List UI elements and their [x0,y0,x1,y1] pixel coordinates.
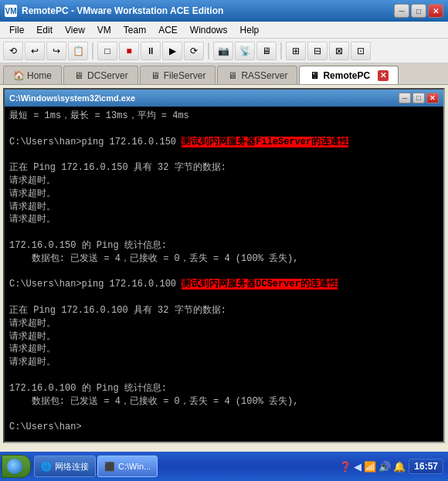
cmd-line-0: 最短 = 1ms，最长 = 13ms，平均 = 4ms [9,110,439,123]
menu-file[interactable]: File [3,23,30,37]
cmd-line-ping2-info: 正在 Ping 172.16.0.100 具有 32 字节的数据: [9,304,439,317]
system-clock: 16:57 [409,459,443,474]
window-controls: ─ □ ✕ [394,4,443,18]
cmd-line-ping1: C:\Users\han>ping 172.16.0.150 测试到内网服务器F… [9,136,439,149]
start-button[interactable] [2,455,31,478]
toolbar-pause-btn[interactable]: ⏸ [141,42,161,60]
toolbar-play-btn[interactable]: ▶ [162,42,182,60]
minimize-button[interactable]: ─ [394,4,409,18]
taskbar-notify-area: ❓ ◀ 📶 🔊 🔔 [339,461,406,473]
network-icon: 🌐 [41,462,52,472]
cmd-line-timeout-2: 请求超时。 [9,188,439,201]
toolbar-separator-2 [208,42,209,59]
cmd-line-blank-6 [9,369,439,382]
cmd-line-ping1-info: 正在 Ping 172.16.0.150 具有 32 字节的数据: [9,161,439,174]
toolbar: ⟲ ↩ ↪ 📋 □ ■ ⏸ ▶ ⟳ 📷 📡 🖥 ⊞ ⊟ ⊠ ⊡ [0,39,448,63]
toolbar-reset-btn[interactable]: ⟳ [184,42,204,60]
cmd-minimize[interactable]: ─ [399,93,411,103]
dcserver-icon: 🖥 [73,70,84,81]
taskbar-programs: 🌐 网络连接 ⬛ C:\Win... [34,456,158,477]
tab-fileserver-label: FileServer [164,70,206,81]
maximize-button[interactable]: □ [411,4,426,18]
back-icon[interactable]: ◀ [354,461,361,473]
toolbar-btn-11[interactable]: ⊡ [351,42,371,60]
cmd-line-prompt: C:\Users\han> [9,421,439,434]
taskbar: 🌐 网络连接 ⬛ C:\Win... ❓ ◀ 📶 🔊 🔔 16:57 [0,452,448,481]
menu-team[interactable]: Team [117,23,152,37]
home-icon: 🏠 [13,70,24,81]
cmd-line-timeout-4: 请求超时。 [9,213,439,226]
tab-dcserver[interactable]: 🖥 DCServer [63,66,138,84]
cmd-line-blank-5 [9,291,439,304]
tab-remotepc-label: RemotePC [323,70,370,81]
cmd-title-bar: C:\Windows\system32\cmd.exe ─ □ ✕ [5,90,443,107]
volume-icon[interactable]: 🔊 [378,461,391,473]
bell-icon[interactable]: 🔔 [393,461,406,473]
cmd-line-ping2: C:\Users\han>ping 172.16.0.100 测试到内网服务器D… [9,278,439,291]
toolbar-btn-1[interactable]: ⟲ [3,42,23,60]
app-icon: VM [5,5,17,17]
cmd-line-timeout-6: 请求超时。 [9,330,439,344]
remotepc-icon: 🖥 [309,70,320,81]
cmd-close[interactable]: ✕ [426,93,439,103]
cmd-line-blank-4 [9,266,439,279]
toolbar-separator-3 [280,42,282,59]
toolbar-btn-7[interactable]: 🖥 [256,42,277,60]
network-signal-icon[interactable]: 📶 [364,461,376,473]
toolbar-btn-2[interactable]: ↩ [25,42,45,60]
toolbar-btn-3[interactable]: ↪ [46,42,66,60]
highlight-fileserver: 测试到内网服务器FileServer的连通性 [182,137,348,147]
cmd-controls: ─ □ ✕ [399,93,439,103]
cmd-line-stats2-header: 172.16.0.100 的 Ping 统计信息: [9,382,439,395]
toolbar-btn-8[interactable]: ⊞ [286,42,306,60]
tab-home-label: Home [27,70,52,81]
fileserver-icon: 🖥 [150,70,161,81]
toolbar-btn-9[interactable]: ⊟ [307,42,328,60]
cmd-line-timeout-8: 请求超时。 [9,356,439,369]
title-bar: VM RemotePC - VMware Workstation ACE Edi… [0,0,448,22]
cmd-line-timeout-7: 请求超时。 [9,343,439,356]
taskbar-network-label: 网络连接 [55,461,89,473]
menu-help[interactable]: Help [234,23,266,37]
menu-windows[interactable]: Windows [184,23,234,37]
toolbar-btn-6[interactable]: 📡 [235,42,255,60]
tab-remotepc[interactable]: 🖥 RemotePC ✕ [299,66,399,84]
cmd-line-stats1-header: 172.16.0.150 的 Ping 统计信息: [9,239,439,252]
cmd-line-stats2-data: 数据包: 已发送 = 4，已接收 = 0，丢失 = 4 (100% 丢失), [9,395,439,408]
toolbar-snapshot-btn[interactable]: 📷 [213,42,233,60]
tab-close-button[interactable]: ✕ [378,70,389,81]
taskbar-cmd-btn[interactable]: ⬛ C:\Win... [97,456,158,477]
cmd-line-blank-7 [9,408,439,421]
toolbar-btn-4[interactable]: 📋 [68,42,88,60]
cmd-line-blank-2 [9,148,439,161]
start-orb [7,459,22,474]
toolbar-stop-btn[interactable]: ■ [119,42,139,60]
taskbar-right: ❓ ◀ 📶 🔊 🔔 16:57 [339,459,446,474]
taskbar-cmd-label: C:\Win... [118,462,151,471]
cmd-content[interactable]: 最短 = 1ms，最长 = 13ms，平均 = 4ms C:\Users\han… [5,107,443,442]
close-button[interactable]: ✕ [428,4,443,18]
cmd-line-stats1-data: 数据包: 已发送 = 4，已接收 = 0，丢失 = 4 (100% 丢失), [9,252,439,266]
cmd-window: C:\Windows\system32\cmd.exe ─ □ ✕ 最短 = 1… [3,88,445,443]
rasserver-icon: 🖥 [227,70,238,81]
tab-dcserver-label: DCServer [87,70,128,81]
tabs-bar: 🏠 Home 🖥 DCServer 🖥 FileServer 🖥 RASServ… [0,63,448,85]
help-icon[interactable]: ❓ [339,461,351,473]
tab-fileserver[interactable]: 🖥 FileServer [140,66,216,84]
cmd-line-timeout-3: 请求超时。 [9,201,439,214]
highlight-dcserver: 测试到内网服务器DCServer的连通性 [182,279,338,290]
menu-view[interactable]: View [59,23,91,37]
toolbar-btn-10[interactable]: ⊠ [329,42,349,60]
menu-vm[interactable]: VM [91,23,117,37]
cmd-maximize[interactable]: □ [412,93,425,103]
taskbar-network-btn[interactable]: 🌐 网络连接 [34,456,96,477]
toolbar-btn-5[interactable]: □ [97,42,117,60]
window-title: RemotePC - VMware Workstation ACE Editio… [22,5,394,16]
menu-edit[interactable]: Edit [30,23,59,37]
tab-home[interactable]: 🏠 Home [3,66,62,84]
cmd-icon: ⬛ [104,462,115,472]
menu-ace[interactable]: ACE [152,23,184,37]
tab-rasserver-label: RASServer [241,70,287,81]
cmd-line-blank-1 [9,123,439,136]
tab-rasserver[interactable]: 🖥 RASServer [217,66,297,84]
